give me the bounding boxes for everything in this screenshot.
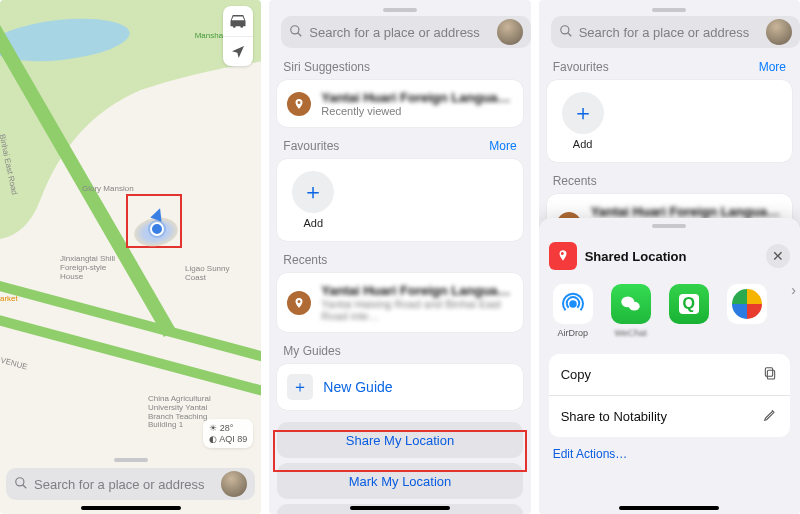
svg-point-2 <box>291 25 299 33</box>
recents-item[interactable]: Yantai Huari Foreign Language School (… … <box>277 273 522 332</box>
close-button[interactable]: ✕ <box>766 244 790 268</box>
home-indicator[interactable] <box>350 506 450 510</box>
temperature: 28° <box>220 423 234 433</box>
driving-mode-button[interactable] <box>223 6 253 36</box>
svg-rect-9 <box>767 370 774 379</box>
share-actions-list: Copy Share to Notability <box>549 354 790 437</box>
add-favourite-button[interactable]: ＋ Add <box>289 171 337 229</box>
section-header-guides: My Guides <box>269 332 530 364</box>
add-favourite-label: Add <box>573 138 593 150</box>
home-indicator[interactable] <box>81 506 181 510</box>
location-pin-icon <box>549 242 577 270</box>
share-app-wechat[interactable]: WeChat <box>609 284 653 338</box>
edit-actions-link[interactable]: Edit Actions… <box>539 437 800 461</box>
map-poi-label: Ligao Sunny Coast <box>185 265 235 283</box>
map-poi-label: Glory Mansion <box>82 185 134 194</box>
suggestion-subtitle: Recently viewed <box>321 105 512 117</box>
section-header-favourites: Favourites More <box>269 127 530 159</box>
section-header-recents: Recents <box>269 241 530 273</box>
siri-suggestion-item[interactable]: Yantai Huari Foreign Language School (… … <box>277 80 522 127</box>
phone-search-sheet: Search for a place or address Siri Sugge… <box>269 0 530 514</box>
section-header-favourites: Favourites More <box>539 48 800 80</box>
svg-point-4 <box>560 25 568 33</box>
phone-map-view: Manshanzi Binhai East Road Glory Mansion… <box>0 0 261 514</box>
copy-action[interactable]: Copy <box>549 354 790 395</box>
favourites-card: ＋ Add <box>277 159 522 241</box>
sheet-grabber[interactable] <box>114 458 148 462</box>
share-app-airdrop[interactable]: AirDrop <box>551 284 595 338</box>
svg-point-6 <box>569 300 577 308</box>
favourites-more-link[interactable]: More <box>759 60 786 74</box>
favourites-more-link[interactable]: More <box>489 139 516 153</box>
svg-line-5 <box>567 32 571 36</box>
new-guide-button[interactable]: ＋ New Guide <box>277 364 522 410</box>
plus-icon: ＋ <box>562 92 604 134</box>
aqi-value: AQI 89 <box>219 434 247 444</box>
suggestion-title: Yantai Huari Foreign Language School (… <box>321 90 512 105</box>
home-indicator[interactable] <box>619 506 719 510</box>
pin-icon <box>287 291 311 315</box>
highlight-rectangle <box>273 430 526 472</box>
section-header-recents: Recents <box>539 162 800 194</box>
recents-subtitle: Yantai Haixing Road and Binhai East Road… <box>321 298 512 322</box>
share-apps-row: AirDrop WeChat Q › <box>539 278 800 344</box>
search-icon <box>14 476 28 493</box>
profile-avatar[interactable] <box>766 19 792 45</box>
search-icon <box>559 24 573 41</box>
search-icon <box>289 24 303 41</box>
share-app-4[interactable] <box>725 284 769 338</box>
copy-icon <box>762 365 778 384</box>
sheet-grabber[interactable] <box>652 8 686 12</box>
sheet-grabber[interactable] <box>383 8 417 12</box>
map-controls <box>223 6 253 66</box>
svg-point-0 <box>16 477 24 485</box>
chevron-right-icon: › <box>791 282 796 298</box>
plus-icon: ＋ <box>287 374 313 400</box>
svg-line-1 <box>23 484 27 488</box>
phone-share-sheet: Search for a place or address Favourites… <box>539 0 800 514</box>
new-guide-label: New Guide <box>323 379 392 395</box>
share-app-label: WeChat <box>614 328 646 338</box>
search-placeholder: Search for a place or address <box>34 477 215 492</box>
share-to-notability-action[interactable]: Share to Notability <box>549 395 790 437</box>
favourites-card: ＋ Add <box>547 80 792 162</box>
svg-line-3 <box>298 32 302 36</box>
sheet-grabber[interactable] <box>652 224 686 228</box>
recents-title: Yantai Huari Foreign Language School (… <box>591 204 782 219</box>
profile-avatar[interactable] <box>497 19 523 45</box>
share-sheet-title: Shared Location <box>585 249 758 264</box>
profile-avatar[interactable] <box>221 471 247 497</box>
search-bar[interactable]: Search for a place or address <box>281 16 530 48</box>
locate-me-button[interactable] <box>223 36 253 66</box>
weather-badge[interactable]: ☀ 28° ◐ AQI 89 <box>203 419 253 448</box>
search-bar[interactable]: Search for a place or address <box>6 468 255 500</box>
section-header-siri: Siri Suggestions <box>269 48 530 80</box>
search-placeholder: Search for a place or address <box>309 25 490 40</box>
action-label: Share to Notability <box>561 409 667 424</box>
add-favourite-button[interactable]: ＋ Add <box>559 92 607 150</box>
user-location-dot <box>150 222 164 236</box>
svg-point-8 <box>628 302 639 311</box>
map-road-label: VENUE <box>0 357 28 373</box>
search-placeholder: Search for a place or address <box>579 25 760 40</box>
search-bar[interactable]: Search for a place or address <box>551 16 800 48</box>
add-favourite-label: Add <box>304 217 324 229</box>
map-poi-label: Jinxiangtai Shili Foreign-style House <box>60 255 126 281</box>
share-app-3[interactable]: Q <box>667 284 711 338</box>
pencil-icon <box>762 407 778 426</box>
svg-rect-10 <box>765 368 772 377</box>
share-app-label: AirDrop <box>557 328 588 338</box>
share-sheet: Shared Location ✕ AirDrop WeChat Q <box>539 218 800 514</box>
map-poi-label: arket <box>0 295 18 304</box>
action-label: Copy <box>561 367 591 382</box>
plus-icon: ＋ <box>292 171 334 213</box>
recents-title: Yantai Huari Foreign Language School (… <box>321 283 512 298</box>
pin-icon <box>287 92 311 116</box>
